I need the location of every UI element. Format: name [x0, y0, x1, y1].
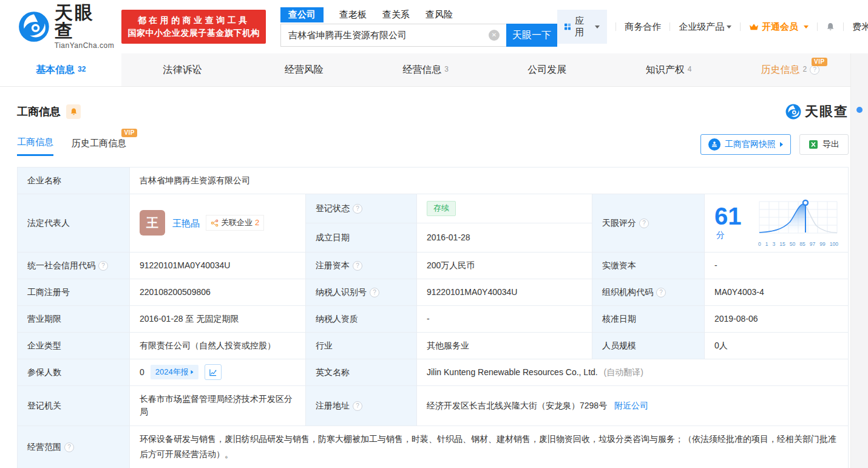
excel-icon [809, 140, 818, 149]
approval-date-value: 2019-08-06 [705, 305, 849, 332]
network-icon [211, 219, 219, 227]
search-tab-boss[interactable]: 查老板 [339, 9, 367, 21]
tab-history-info[interactable]: VIP 历史信息2 [730, 53, 851, 86]
field-label: 营业期限 [18, 305, 130, 332]
vip-badge: VIP [812, 58, 827, 66]
nav-open-vip[interactable]: 开通会员 [749, 21, 809, 33]
trend-chart-icon[interactable] [205, 364, 222, 380]
tab-legal-litigation[interactable]: 法律诉讼 [121, 53, 243, 86]
divider [615, 22, 616, 31]
business-scope-value: 环保设备研发与销售，废旧纺织品研发与销售，防寒大棚被加工与销售，时装、针织品、钢… [130, 426, 849, 468]
notification-bell-icon[interactable] [826, 21, 835, 32]
stamp-icon [708, 138, 721, 151]
promo-line1: 都在用的商业查询工具 [127, 14, 260, 27]
nav-enterprise-products[interactable]: 企业级产品 [679, 21, 731, 33]
field-label: 企业类型 [18, 332, 130, 359]
help-icon[interactable] [353, 261, 362, 271]
subtab-history-registration[interactable]: VIP 历史工商信息 [72, 138, 126, 155]
tianyancha-logo[interactable]: 天眼查 TianYanCha.com [18, 4, 114, 50]
tianyancha-swirl-icon [785, 104, 801, 120]
field-label: 成立日期 [306, 223, 417, 252]
field-label: 登记机关 [18, 385, 130, 426]
field-label: 注册地址 [306, 385, 417, 426]
search-tab-risk[interactable]: 查风险 [426, 9, 453, 21]
legal-rep-avatar[interactable]: 王 [140, 210, 165, 236]
export-button[interactable]: 导出 [799, 134, 849, 155]
field-label: 行业 [306, 332, 417, 359]
field-label: 经营范围 [18, 426, 130, 468]
apps-label: 应用 [575, 15, 588, 38]
tianyancha-watermark: 天眼查 [785, 103, 849, 121]
arrow-right-icon [780, 142, 783, 147]
tab-business-info[interactable]: 经营信息3 [365, 53, 486, 86]
company-type-value: 有限责任公司（自然人投资或控股） [130, 332, 306, 359]
monitor-bell-icon[interactable] [66, 104, 81, 119]
help-icon[interactable] [810, 65, 819, 75]
search-tab-relation[interactable]: 查关系 [382, 9, 410, 21]
field-label: 企业名称 [18, 168, 130, 194]
help-icon[interactable] [98, 261, 108, 271]
search-module: 查公司 查老板 查关系 查风险 天眼一下 [280, 7, 557, 47]
english-name-value: Jilin Kunteng Renewable Resources Co., L… [427, 367, 598, 377]
tab-operational-risk[interactable]: 经营风险 [243, 53, 365, 86]
subtab-business-registration[interactable]: 工商信息 [17, 137, 53, 156]
page-right-gutter [850, 53, 868, 468]
help-icon[interactable] [353, 401, 362, 411]
tab-basic-info[interactable]: 基本信息32 [0, 53, 121, 86]
org-code-value: MA0Y4003-4 [705, 279, 849, 305]
nearby-companies-link[interactable]: 附近公司 [614, 401, 648, 410]
reg-capital-value: 200万人民币 [417, 252, 592, 279]
help-icon[interactable] [64, 443, 74, 452]
field-label: 统一社会信用代码 [18, 252, 130, 279]
divider [843, 22, 844, 31]
auto-translate-note: (自动翻译) [604, 367, 643, 377]
tab-intellectual-property[interactable]: 知识产权4 [608, 53, 729, 86]
table-row: 统一社会信用代码 91220101MA0Y40034U 注册资本 200万人民币… [18, 252, 849, 279]
official-snapshot-button[interactable]: 工商官网快照 [700, 134, 791, 155]
divider [740, 22, 741, 31]
staff-size-value: 0人 [705, 332, 849, 359]
tab-company-development[interactable]: 公司发展 [486, 53, 608, 86]
score-value: 61 [714, 203, 742, 229]
insured-count-value: 0 [140, 366, 144, 379]
taxpayer-id-value: 91220101MA0Y40034U [417, 279, 592, 305]
reg-address-value: 经济开发区长吉北线兴隆大街（安龙泉）7298号 [427, 401, 607, 410]
floating-widget-dot[interactable] [856, 107, 863, 113]
field-label: 纳税人资质 [306, 305, 417, 332]
table-row: 法定代表人 王 王艳晶 关联企业 2 登记状态 存续 [18, 194, 849, 223]
divider [670, 22, 670, 31]
search-input[interactable] [280, 24, 506, 47]
chevron-down-icon [595, 25, 600, 29]
table-row: 登记机关 长春市市场监督管理局经济技术开发区分局 注册地址 经济开发区长吉北线兴… [18, 385, 849, 426]
chevron-down-icon [804, 25, 809, 29]
score-axis-ticks: 0131550859799100 [758, 240, 838, 248]
legal-rep-name-link[interactable]: 王艳晶 [172, 216, 200, 230]
field-label: 法定代表人 [18, 194, 130, 253]
field-label: 参保人数 [18, 359, 130, 385]
taxpayer-quality-value: - [417, 305, 592, 332]
company-tab-bar: 基本信息32 法律诉讼 经营风险 经营信息3 公司发展 知识产权4 VIP 历史… [0, 53, 851, 87]
field-label: 人员规模 [592, 332, 705, 359]
help-icon[interactable] [353, 204, 362, 214]
nav-user-menu[interactable]: 费米 [852, 21, 868, 33]
table-row: 经营范围 环保设备研发与销售，废旧纺织品研发与销售，防寒大棚被加工与销售，时装、… [18, 426, 849, 468]
table-row: 营业期限 2016-01-28 至 无固定期限 纳税人资质 - 核准日期 201… [18, 305, 849, 332]
related-companies-badge[interactable]: 关联企业 2 [206, 215, 264, 231]
help-icon[interactable] [639, 219, 649, 228]
field-label: 工商注册号 [18, 279, 130, 305]
clear-search-icon[interactable] [489, 30, 500, 41]
field-label: 天眼评分 [592, 194, 705, 253]
reg-authority-value: 长春市市场监督管理局经济技术开发区分局 [130, 385, 306, 426]
annual-report-badge[interactable]: 2024年报 [151, 365, 198, 379]
search-button[interactable]: 天眼一下 [506, 24, 557, 47]
search-tab-company[interactable]: 查公司 [280, 7, 324, 22]
help-icon[interactable] [370, 288, 379, 297]
apps-menu[interactable]: 应用 [557, 10, 608, 44]
nav-business-cooperation[interactable]: 商务合作 [625, 21, 661, 33]
help-icon[interactable] [656, 288, 666, 297]
credit-code-value: 91220101MA0Y40034U [130, 252, 306, 279]
brand-domain: TianYanCha.com [55, 41, 115, 50]
top-nav: 应用 商务合作 企业级产品 开通会员 费米 [557, 10, 868, 44]
table-row: 企业名称 吉林省坤腾再生资源有限公司 [18, 168, 849, 194]
arrow-right-icon [191, 370, 193, 374]
